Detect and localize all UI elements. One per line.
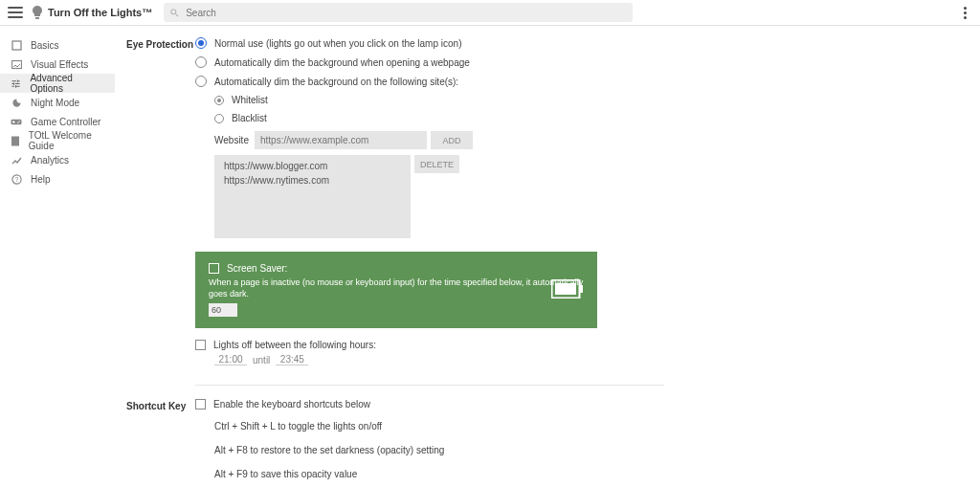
svg-rect-7: [580, 285, 583, 293]
radio-label: Blacklist: [232, 113, 267, 123]
gamepad-icon: [10, 115, 23, 128]
shortcut-line: Alt + F9 to save this opacity value: [214, 469, 720, 479]
sidebar-item-basics[interactable]: Basics: [0, 35, 115, 55]
enable-shortcuts-checkbox[interactable]: [195, 399, 206, 410]
sidebar-item-label: Basics: [31, 40, 58, 51]
radio-whitelist[interactable]: Whitelist: [214, 95, 720, 105]
sidebar: Basics Visual Effects Advanced Options N…: [0, 26, 115, 487]
site-list[interactable]: https://www.blogger.com https://www.nyti…: [214, 155, 411, 238]
svg-rect-6: [555, 283, 576, 295]
sidebar-item-label: Analytics: [31, 155, 69, 166]
sidebar-item-help[interactable]: ? Help: [0, 169, 115, 188]
shortcut-line: Alt + F8 to restore to the set darkness …: [214, 445, 720, 455]
radio-icon: [195, 56, 207, 68]
sidebar-item-night-mode[interactable]: Night Mode: [0, 93, 115, 112]
sidebar-item-label: TOtL Welcome Guide: [29, 130, 105, 151]
radio-label: Automatically dim the background on the …: [214, 77, 458, 87]
radio-label: Normal use (lights go out when you click…: [214, 38, 461, 49]
sidebar-item-welcome-guide[interactable]: TOtL Welcome Guide: [0, 131, 115, 150]
shortcut-line: Ctrl + Shift + L to toggle the lights on…: [214, 421, 720, 432]
radio-label: Whitelist: [232, 95, 268, 105]
tune-icon: [10, 77, 22, 90]
radio-icon: [214, 96, 224, 105]
battery-icon: [551, 279, 584, 300]
more-icon[interactable]: [957, 7, 972, 19]
site-list-item[interactable]: https://www.blogger.com: [224, 161, 401, 171]
chart-icon: [10, 153, 23, 166]
hours-label: Lights off between the following hours:: [213, 340, 376, 350]
screen-saver-label: Screen Saver:: [227, 263, 287, 274]
sidebar-item-label: Visual Effects: [31, 59, 88, 70]
screen-saver-checkbox[interactable]: [209, 263, 219, 274]
sidebar-item-label: Advanced Options: [30, 73, 105, 94]
sidebar-item-analytics[interactable]: Analytics: [0, 150, 115, 169]
search-input[interactable]: [184, 7, 627, 19]
svg-rect-0: [12, 41, 21, 50]
book-icon: [10, 134, 21, 147]
radio-auto-open[interactable]: Automatically dim the background when op…: [195, 56, 720, 68]
delete-button[interactable]: DELETE: [414, 155, 459, 173]
sidebar-item-label: Game Controller: [31, 117, 100, 127]
radio-blacklist[interactable]: Blacklist: [214, 113, 720, 123]
image-icon: [10, 57, 23, 71]
sidebar-item-advanced-options[interactable]: Advanced Options: [0, 74, 115, 93]
screen-saver-desc: When a page is inactive (no mouse or key…: [209, 277, 584, 299]
svg-rect-2: [11, 136, 19, 145]
screen-saver-seconds-input[interactable]: [209, 303, 237, 317]
website-input[interactable]: [255, 131, 427, 149]
search-field[interactable]: [164, 3, 633, 22]
app-title: Turn Off the Lights™: [48, 7, 152, 18]
radio-icon: [195, 76, 207, 87]
enable-shortcuts-label: Enable the keyboard shortcuts below: [213, 399, 370, 410]
sidebar-item-game-controller[interactable]: Game Controller: [0, 112, 115, 131]
radio-icon: [214, 114, 224, 123]
time-from-input[interactable]: [214, 354, 247, 365]
until-label: until: [253, 355, 270, 365]
help-icon: ?: [10, 172, 23, 186]
radio-icon: [195, 37, 207, 49]
add-button[interactable]: ADD: [431, 131, 473, 149]
radio-label: Automatically dim the background when op…: [214, 57, 470, 68]
section-heading-eye-protection: Eye Protection: [126, 37, 195, 399]
website-label: Website: [214, 135, 249, 145]
section-heading-shortcut: Shortcut Key: [126, 399, 195, 487]
lamp-icon: [31, 6, 44, 19]
square-icon: [10, 38, 23, 52]
screen-saver-panel: Screen Saver: When a page is inactive (n…: [195, 252, 597, 328]
sidebar-item-visual-effects[interactable]: Visual Effects: [0, 55, 115, 74]
sidebar-item-label: Help: [31, 174, 51, 185]
hours-checkbox-row[interactable]: Lights off between the following hours:: [195, 340, 720, 350]
radio-normal-use[interactable]: Normal use (lights go out when you click…: [195, 37, 720, 49]
sidebar-item-label: Night Mode: [31, 98, 79, 108]
hours-checkbox[interactable]: [195, 340, 206, 350]
moon-icon: [10, 96, 23, 109]
svg-text:?: ?: [14, 176, 18, 183]
enable-shortcuts-row[interactable]: Enable the keyboard shortcuts below: [195, 399, 720, 410]
radio-auto-sites[interactable]: Automatically dim the background on the …: [195, 76, 720, 87]
site-list-item[interactable]: https://www.nytimes.com: [224, 175, 401, 186]
search-icon: [169, 8, 180, 18]
menu-icon[interactable]: [8, 5, 23, 20]
time-to-input[interactable]: [276, 354, 308, 365]
section-divider: [195, 385, 664, 386]
